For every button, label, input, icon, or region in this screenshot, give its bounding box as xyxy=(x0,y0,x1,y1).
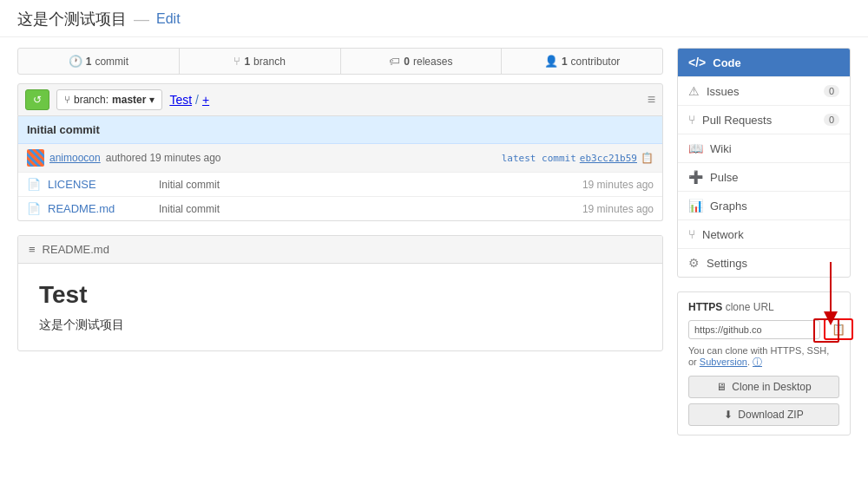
branch-toolbar: ↺ ⑂ branch: master ▾ Test / + ≡ xyxy=(17,83,663,116)
releases-count: 0 xyxy=(404,56,410,68)
branch-icon-selector: ⑂ xyxy=(64,94,70,106)
avatar xyxy=(27,149,44,167)
open-desktop-label: Clone in Desktop xyxy=(732,381,811,393)
list-view-button[interactable]: ≡ xyxy=(648,92,655,108)
layout: 🕐 1 commit ⑂ 1 branch 🏷 0 releases 👤 1 c… xyxy=(0,37,868,446)
branch-count: 1 xyxy=(244,56,250,68)
page-header: 这是个测试项目 — Edit xyxy=(0,0,868,37)
table-row: 📄 LICENSE Initial commit 19 minutes ago xyxy=(18,173,662,197)
sidebar-item-label: Pull Requests xyxy=(702,114,772,127)
readme-icon: ≡ xyxy=(29,243,36,256)
title-separator: — xyxy=(134,10,149,29)
file-time: 19 minutes ago xyxy=(582,203,654,215)
file-name-link[interactable]: README.md xyxy=(48,202,152,215)
commit-hash-link[interactable]: eb3cc21b59 xyxy=(580,153,637,164)
copy-icon: 📋 xyxy=(832,323,845,336)
desktop-icon: 🖥 xyxy=(716,381,727,393)
download-icon: ⬇ xyxy=(724,409,733,421)
table-row: 📄 README.md Initial commit 19 minutes ag… xyxy=(18,197,662,220)
clone-url-input[interactable] xyxy=(688,320,820,339)
readme-section: ≡ README.md Test 这是个测试项目 xyxy=(17,235,663,351)
sidebar-item-wiki[interactable]: 📖 Wiki xyxy=(678,134,850,163)
commit-time-ago: authored 19 minutes ago xyxy=(106,152,221,164)
edit-link[interactable]: Edit xyxy=(156,11,181,27)
go-to-file-icon: ↺ xyxy=(33,94,42,106)
sidebar-item-label: Network xyxy=(702,228,744,241)
commit-count: 1 xyxy=(86,56,92,68)
download-zip-button[interactable]: ⬇ Download ZIP xyxy=(688,403,839,426)
open-in-desktop-button[interactable]: 🖥 Clone in Desktop xyxy=(688,376,839,398)
sidebar-item-label: Wiki xyxy=(710,142,732,155)
sidebar-item-issues[interactable]: ⚠ Issues 0 xyxy=(678,77,850,106)
sidebar-item-label: Graphs xyxy=(710,200,747,213)
path-nav: Test / + xyxy=(169,93,640,107)
sidebar-item-label: Code xyxy=(713,56,741,69)
branch-selector[interactable]: ⑂ branch: master ▾ xyxy=(56,89,162,110)
path-root-link[interactable]: Test xyxy=(169,93,192,107)
commit-header: Initial commit xyxy=(18,116,662,144)
path-separator: / xyxy=(195,93,199,107)
sidebar-item-pulse[interactable]: ➕ Pulse xyxy=(678,163,850,192)
commit-author[interactable]: animoocon xyxy=(49,152,101,164)
wiki-icon: 📖 xyxy=(688,141,703,155)
pulse-icon: ➕ xyxy=(688,170,703,184)
commit-label: commit xyxy=(95,56,128,68)
latest-commit-hash: latest commit eb3cc21b59 📋 xyxy=(502,152,654,164)
page-title: 这是个测试项目 xyxy=(17,9,127,29)
sidebar-item-label: Issues xyxy=(707,85,740,98)
file-table: Initial commit animoocon authored 19 min… xyxy=(17,116,663,221)
help-link[interactable]: ⓘ xyxy=(753,357,762,367)
sidebar-item-network[interactable]: ⑂ Network xyxy=(678,220,850,249)
stat-releases[interactable]: 🏷 0 releases xyxy=(341,49,503,74)
main-content: 🕐 1 commit ⑂ 1 branch 🏷 0 releases 👤 1 c… xyxy=(17,48,663,435)
stats-bar: 🕐 1 commit ⑂ 1 branch 🏷 0 releases 👤 1 c… xyxy=(17,48,663,75)
commit-icon: 🕐 xyxy=(69,55,82,68)
clone-section: HTTPS clone URL 📋 xyxy=(677,291,851,435)
clone-url-label: clone URL xyxy=(726,301,774,313)
list-icon: ≡ xyxy=(648,92,655,107)
path-new-file-link[interactable]: + xyxy=(202,93,209,107)
file-icon: 📄 xyxy=(27,178,41,191)
readme-filename: README.md xyxy=(43,243,109,256)
readme-title: Test xyxy=(39,281,641,309)
sidebar-item-code[interactable]: </> Code xyxy=(678,49,850,77)
branch-label: branch xyxy=(253,56,286,68)
readme-body: Test 这是个测试项目 xyxy=(18,264,662,350)
latest-label: latest commit xyxy=(502,153,576,164)
graphs-icon: 📊 xyxy=(688,199,703,213)
pull-requests-icon: ⑂ xyxy=(688,113,695,127)
network-icon: ⑂ xyxy=(688,227,695,241)
download-zip-label: Download ZIP xyxy=(738,409,803,421)
pull-requests-badge: 0 xyxy=(824,114,839,126)
branch-icon: ⑂ xyxy=(233,55,240,68)
stat-commits[interactable]: 🕐 1 commit xyxy=(18,49,180,74)
clone-copy-button[interactable]: 📋 xyxy=(824,318,853,340)
issues-icon: ⚠ xyxy=(688,84,700,98)
sidebar-item-label: Pulse xyxy=(710,171,739,184)
sidebar-nav: </> Code ⚠ Issues 0 ⑂ Pull Requests 0 📖 … xyxy=(677,48,851,278)
subversion-link[interactable]: Subversion xyxy=(700,357,747,367)
clone-protocol: HTTPS xyxy=(688,301,722,313)
sidebar-item-settings[interactable]: ⚙ Settings xyxy=(678,249,850,277)
settings-icon: ⚙ xyxy=(688,256,700,270)
clone-info: You can clone with HTTPS, SSH, or Subver… xyxy=(688,345,839,369)
issues-badge: 0 xyxy=(824,85,839,97)
code-icon: </> xyxy=(688,56,706,69)
stat-contributors[interactable]: 👤 1 contributor xyxy=(502,49,662,74)
sidebar-item-label: Settings xyxy=(707,257,747,270)
file-name-link[interactable]: LICENSE xyxy=(48,178,152,191)
file-commit-msg: Initial commit xyxy=(159,203,575,215)
clone-url-row-wrapper: 📋 xyxy=(688,318,839,340)
sidebar-item-graphs[interactable]: 📊 Graphs xyxy=(678,192,850,220)
clone-label: HTTPS clone URL xyxy=(688,301,839,313)
sidebar-item-pull-requests[interactable]: ⑂ Pull Requests 0 xyxy=(678,106,850,134)
sidebar: </> Code ⚠ Issues 0 ⑂ Pull Requests 0 📖 … xyxy=(677,48,851,435)
stat-branches[interactable]: ⑂ 1 branch xyxy=(180,49,341,74)
contributors-icon: 👤 xyxy=(544,55,558,68)
copy-hash-icon[interactable]: 📋 xyxy=(641,152,654,164)
releases-icon: 🏷 xyxy=(389,55,400,68)
contributors-count: 1 xyxy=(562,56,568,68)
readme-description: 这是个测试项目 xyxy=(39,318,641,333)
file-commit-msg: Initial commit xyxy=(159,179,575,191)
go-to-file-button[interactable]: ↺ xyxy=(25,89,49,110)
